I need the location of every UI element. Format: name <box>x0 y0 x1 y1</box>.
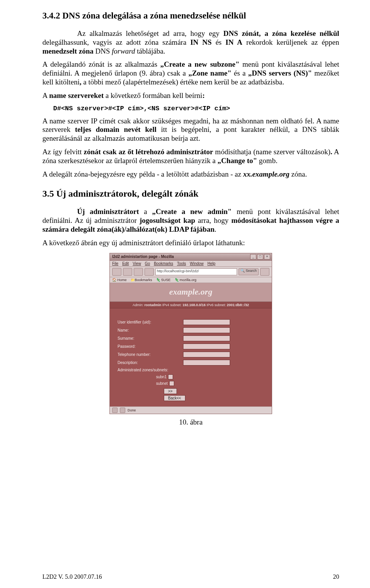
page-content: example.org Admin: rootadmin IPv4 subnet… <box>110 283 272 406</box>
menu-file[interactable]: File <box>112 261 118 266</box>
bookmark-home[interactable]: 🏠 Home <box>112 278 127 282</box>
footer-page-number: 20 <box>333 573 339 580</box>
bookmark-suse[interactable]: 🦎 SUSE <box>156 278 171 282</box>
input-telephone[interactable] <box>183 352 230 357</box>
label-name: Name: <box>118 328 183 332</box>
window-title: l2d2 administartion page - Mozilla <box>111 254 249 259</box>
menu-edit[interactable]: Edit <box>122 261 129 266</box>
menubar: File Edit View Go Bookmarks Tools Window… <box>110 261 272 267</box>
forward-button[interactable] <box>123 268 132 276</box>
toolbar: http://localhost/cgi-bin/l2d2/ 🔍 Search <box>110 267 272 277</box>
stop-button[interactable] <box>145 268 154 276</box>
label-surname: Surname: <box>118 336 183 340</box>
domain-header: example.org <box>110 283 272 302</box>
bookmark-mozilla[interactable]: 🦎 mozilla.org <box>175 278 197 282</box>
menu-bookmarks[interactable]: Bookmarks <box>154 261 173 266</box>
admin-info-line: Admin: rootadmin IPv4 subnet: 192.168.0.… <box>110 302 272 308</box>
menu-tools[interactable]: Tools <box>177 261 186 266</box>
input-name[interactable] <box>183 327 230 333</box>
minimize-button[interactable]: _ <box>250 254 256 259</box>
embedded-screenshot: l2d2 administartion page - Mozilla _ □ ×… <box>109 253 272 414</box>
label-admzones: Administrated zones/subnets: <box>118 368 183 372</box>
checkbox-subnet[interactable] <box>169 381 174 386</box>
label-uid: User identifier (uid): <box>118 320 183 324</box>
check-label-subn1: subn1 <box>156 375 166 379</box>
reload-button[interactable] <box>134 268 143 276</box>
heading-35: 3.5 Új adminisztrátorok, delegált zónák <box>42 189 339 199</box>
paragraph-7: Új adminisztrátort a „Create a new admin… <box>42 207 339 234</box>
print-button[interactable] <box>260 268 269 276</box>
paragraph-5: Az így felvitt zónát csak az őt létrehoz… <box>42 148 339 165</box>
forward-form-button[interactable]: >> <box>164 388 177 394</box>
url-input[interactable]: http://localhost/cgi-bin/l2d2/ <box>155 268 237 275</box>
search-button[interactable]: 🔍 Search <box>239 268 259 275</box>
back-form-button[interactable]: Back<< <box>164 395 185 401</box>
bookmark-folder[interactable]: 📁Bookmarks <box>131 278 152 282</box>
input-uid[interactable] <box>183 319 230 325</box>
paragraph-8: A következő ábrán egy új adminisztrátort… <box>42 239 339 248</box>
checkbox-subn1[interactable] <box>168 374 173 379</box>
paragraph-6: A delegált zóna-bejegyzésre egy példa - … <box>42 170 339 179</box>
heading-342: 3.4.2 DNS zóna delegálása a zóna menedzs… <box>42 11 339 21</box>
label-description: Description: <box>118 361 183 365</box>
paragraph-1: Az alkalmazás lehetőséget ad arra, hogy … <box>42 29 339 56</box>
label-telephone: Telephone number: <box>118 352 183 357</box>
statusbar: Done <box>110 406 272 414</box>
menu-help[interactable]: Help <box>207 261 215 266</box>
close-button[interactable]: × <box>264 254 270 259</box>
code-example: D#<NS szerver>#<IP cím>,<NS szerver>#<IP… <box>53 105 339 112</box>
bookmark-bar: 🏠 Home 📁Bookmarks 🦎 SUSE 🦎 mozilla.org <box>110 277 272 283</box>
menu-window[interactable]: Window <box>190 261 204 266</box>
maximize-button[interactable]: □ <box>257 254 263 259</box>
window-titlebar: l2d2 administartion page - Mozilla _ □ × <box>110 253 272 261</box>
label-password: Password: <box>118 344 183 349</box>
menu-go[interactable]: Go <box>145 261 150 266</box>
menu-view[interactable]: View <box>133 261 141 266</box>
status-text: Done <box>128 408 136 412</box>
paragraph-4: A name szerver IP címét csak akkor szüks… <box>42 117 339 143</box>
input-password[interactable] <box>183 344 230 349</box>
lock-icon <box>120 408 125 413</box>
throbber-icon <box>112 408 118 413</box>
paragraph-2: A delegálandó zónát is az alkalmazás „Cr… <box>42 60 339 86</box>
figure-caption: 10. ábra <box>42 418 339 426</box>
input-surname[interactable] <box>183 335 230 341</box>
footer-left: L2D2 V. 5.0 2007.07.16 <box>42 573 102 580</box>
page-footer: L2D2 V. 5.0 2007.07.16 20 <box>42 573 339 580</box>
input-description[interactable] <box>183 360 230 366</box>
check-label-subnet: subnet <box>156 381 168 386</box>
admin-form: User identifier (uid): Name: Surname: Pa… <box>110 308 272 406</box>
paragraph-3: A name szervereket a következő formában … <box>42 91 339 100</box>
back-button[interactable] <box>112 268 121 276</box>
